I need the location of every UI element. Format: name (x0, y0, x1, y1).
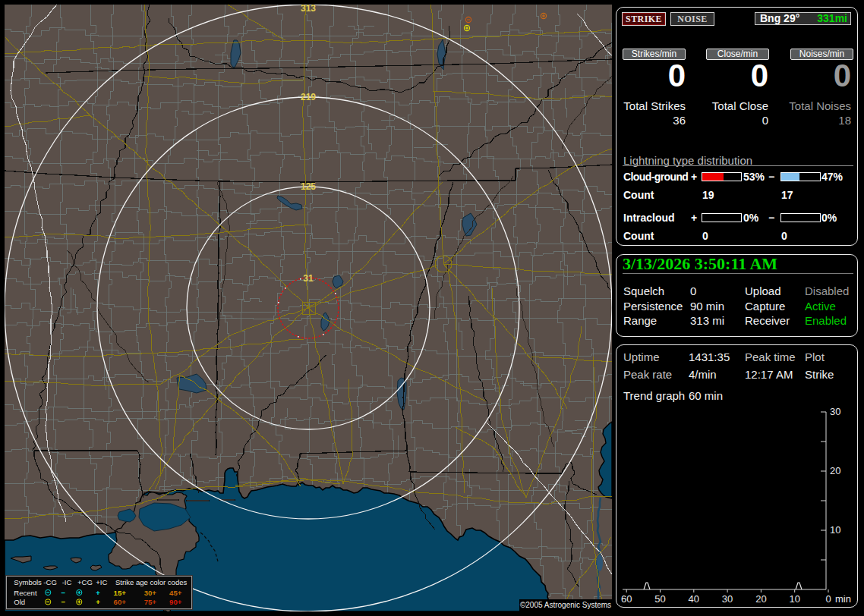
svg-text:75+: 75+ (144, 598, 157, 606)
svg-text:+: + (96, 589, 100, 597)
svg-text:+IC: +IC (96, 578, 107, 586)
svg-text:20: 20 (830, 465, 840, 476)
svg-text:+: + (96, 598, 100, 606)
svg-text:90+: 90+ (169, 598, 182, 606)
svg-text:−: − (61, 589, 65, 597)
svg-text:219: 219 (301, 92, 316, 102)
svg-text:30+: 30+ (144, 589, 157, 597)
svg-text:10: 10 (789, 593, 799, 605)
svg-text:60: 60 (621, 593, 632, 605)
svg-text:0: 0 (825, 593, 831, 605)
svg-text:Recent: Recent (14, 589, 37, 597)
svg-text:125: 125 (301, 181, 316, 192)
svg-text:30: 30 (722, 593, 733, 605)
svg-text:50: 50 (654, 593, 665, 605)
svg-text:Strike age color codes: Strike age color codes (115, 578, 188, 586)
svg-text:-CG: -CG (43, 578, 56, 586)
svg-text:Symbols: Symbols (14, 578, 42, 586)
svg-text:15+: 15+ (114, 589, 127, 597)
svg-text:20: 20 (755, 593, 766, 605)
svg-text:-IC: -IC (62, 578, 72, 586)
svg-text:10: 10 (830, 524, 840, 536)
svg-text:+CG: +CG (77, 578, 93, 586)
svg-text:min: min (835, 593, 851, 605)
svg-text:31: 31 (303, 273, 314, 284)
svg-text:313: 313 (301, 5, 316, 14)
svg-text:30: 30 (830, 406, 840, 417)
svg-text:60+: 60+ (114, 598, 127, 606)
svg-text:45+: 45+ (169, 589, 182, 597)
svg-text:40: 40 (689, 593, 699, 605)
svg-text:Old: Old (14, 598, 25, 606)
svg-text:−: − (61, 598, 65, 606)
